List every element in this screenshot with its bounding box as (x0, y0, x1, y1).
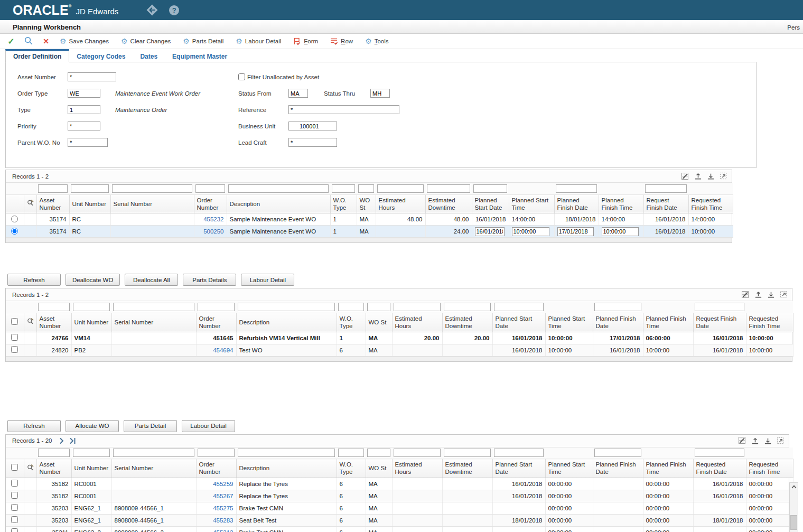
filter-order-number[interactable] (198, 303, 235, 311)
row-select-checkbox[interactable] (11, 346, 18, 353)
import-icon[interactable] (764, 437, 772, 445)
col-header-planned-start-time[interactable]: Planned Start Time (545, 459, 593, 478)
asset-number-field[interactable] (68, 72, 116, 81)
filter-asset-number[interactable] (38, 303, 70, 311)
order-number-link[interactable]: 455312 (213, 529, 233, 532)
col-header-unit-number[interactable]: Unit Number (71, 313, 111, 332)
filter-description[interactable] (228, 184, 329, 193)
order-number-link[interactable]: 455275 (213, 505, 233, 511)
parts-detail-button[interactable]: ⚙Parts Detail (180, 38, 229, 45)
filter-planned-start-date[interactable] (473, 184, 507, 193)
col-header-unit-number[interactable]: Unit Number (71, 459, 111, 478)
deallocate-all-button[interactable]: Deallocate All (125, 274, 178, 286)
table-row[interactable]: 24766 VM14 451645 Refurbish VM14 Vertica… (6, 332, 793, 344)
planned-start-date-input[interactable] (475, 227, 505, 236)
export-icon[interactable] (751, 437, 759, 445)
planned-finish-time-input[interactable] (602, 227, 639, 236)
scroll-down-icon[interactable] (790, 530, 798, 532)
customize-grid-icon[interactable] (738, 436, 746, 445)
row-select-checkbox[interactable] (11, 516, 18, 523)
order-number-link[interactable]: 455283 (213, 517, 233, 524)
filter-planned-finish-date[interactable] (594, 303, 641, 311)
col-header-asset-number[interactable]: Asset Number (36, 313, 71, 332)
vertical-scrollbar[interactable] (789, 482, 798, 532)
labour-detail-button[interactable]: Labour Detail (182, 420, 235, 432)
table-row[interactable]: 35182 RC0001 455259 Replace the Tyres 6 … (6, 478, 793, 490)
col-header-planned-start-time[interactable]: Planned Start Time (509, 194, 554, 213)
form-menu[interactable]: FFormorm (290, 38, 323, 45)
col-header-planned-start-date[interactable]: Planned Start Date (492, 313, 545, 332)
select-all-checkbox[interactable] (11, 318, 18, 325)
filter-request-finish-date[interactable] (645, 184, 687, 193)
select-all-checkbox[interactable] (11, 464, 18, 471)
col-header-wo-type[interactable]: W.O. Type (330, 194, 357, 213)
filter-wo-type[interactable] (338, 303, 364, 311)
scrollbar-thumb[interactable] (790, 515, 797, 530)
col-header-planned-finish-time[interactable]: Planned Finish Time (643, 459, 693, 478)
filter-asset-number[interactable] (38, 449, 70, 457)
filter-unit-number[interactable] (71, 184, 109, 193)
row-select-checkbox[interactable] (11, 504, 18, 511)
next-page-icon[interactable] (59, 437, 64, 444)
col-header-requested-finish-time[interactable]: Requested Finish Time (688, 194, 733, 213)
col-header-planned-finish-date[interactable]: Planned Finish Date (554, 194, 599, 213)
filter-wo-type[interactable] (332, 184, 355, 193)
filter-estimated-hours[interactable] (394, 303, 441, 311)
status-thru-field[interactable] (370, 89, 390, 98)
col-header-planned-finish-time[interactable]: Planned Finish Time (643, 313, 693, 332)
help-icon[interactable]: ? (169, 5, 179, 15)
filter-order-number[interactable] (195, 184, 225, 193)
filter-wo-type[interactable] (338, 449, 364, 457)
import-icon[interactable] (707, 172, 715, 180)
filter-requested-finish-date[interactable] (695, 449, 744, 457)
filter-estimated-downtime[interactable] (444, 449, 491, 457)
col-header-wo-status[interactable]: WO St (366, 459, 392, 478)
table-row[interactable]: 35174 RC 455232 Sample Maintenance Event… (6, 213, 733, 226)
reference-field[interactable] (288, 105, 399, 114)
col-header-planned-start-date[interactable]: Planned Start Date (492, 459, 545, 478)
col-header-request-finish-date[interactable]: Request Finish Date (643, 194, 688, 213)
col-header-order-number[interactable]: Order Number (196, 459, 236, 478)
col-header-request-finish-date[interactable]: Request Finish Date (693, 313, 746, 332)
business-unit-field[interactable] (288, 122, 337, 130)
refresh-button[interactable]: Refresh (7, 274, 61, 286)
col-header-estimated-downtime[interactable]: Estimated Downtime (442, 313, 492, 332)
col-header-description[interactable]: Description (227, 194, 330, 213)
filter-unit-number[interactable] (73, 449, 110, 457)
allocate-wo-button[interactable]: Allocate WO (66, 420, 119, 432)
filter-order-number[interactable] (198, 449, 235, 457)
col-header-planned-finish-date[interactable]: Planned Finish Date (593, 459, 643, 478)
planned-finish-date-input[interactable] (557, 227, 594, 236)
attachment-column-header[interactable] (24, 313, 36, 332)
table-row[interactable]: 35203 ENG62_1 8908009-44566_1 455275 Bra… (6, 502, 793, 514)
export-icon[interactable] (754, 291, 762, 298)
filter-planned-start-date[interactable] (494, 449, 544, 457)
scroll-up-icon[interactable] (790, 483, 798, 491)
attachment-column-header[interactable] (24, 194, 36, 213)
filter-estimated-downtime[interactable] (444, 303, 491, 311)
row-select-radio[interactable] (11, 216, 18, 222)
table-row[interactable]: 24820 PB2 454694 Test WO 6 MA 16/01/2018… (6, 344, 793, 356)
col-header-wo-status[interactable]: WO St (366, 313, 392, 332)
col-header-description[interactable]: Description (236, 459, 337, 478)
deallocate-wo-button[interactable]: Deallocate WO (66, 274, 120, 286)
filter-wo-status[interactable] (358, 184, 374, 193)
filter-planned-finish-date[interactable] (594, 449, 641, 457)
tab-order-definition[interactable]: Order Definition (5, 49, 69, 62)
row-select-radio[interactable] (11, 228, 18, 235)
col-header-planned-start-time[interactable]: Planned Start Time (545, 313, 593, 332)
col-header-planned-start-date[interactable]: Planned Start Date (472, 194, 509, 213)
filter-request-finish-date[interactable] (695, 303, 744, 311)
attachment-column-header[interactable] (24, 459, 36, 478)
personalization-link[interactable]: Pers (787, 24, 800, 31)
order-type-field[interactable] (68, 89, 100, 98)
table-row[interactable]: 35203 ENG62_1 8908009-44566_1 455283 Sea… (6, 514, 793, 526)
filter-estimated-hours[interactable] (394, 449, 441, 457)
col-header-unit-number[interactable]: Unit Number (69, 194, 110, 213)
import-icon[interactable] (767, 291, 775, 298)
tab-category-codes[interactable]: Category Codes (69, 51, 133, 62)
customize-grid-icon[interactable] (681, 172, 689, 181)
tab-dates[interactable]: Dates (133, 51, 165, 62)
row-select-checkbox[interactable] (11, 528, 18, 532)
col-header-estimated-downtime[interactable]: Estimated Downtime (442, 459, 492, 478)
